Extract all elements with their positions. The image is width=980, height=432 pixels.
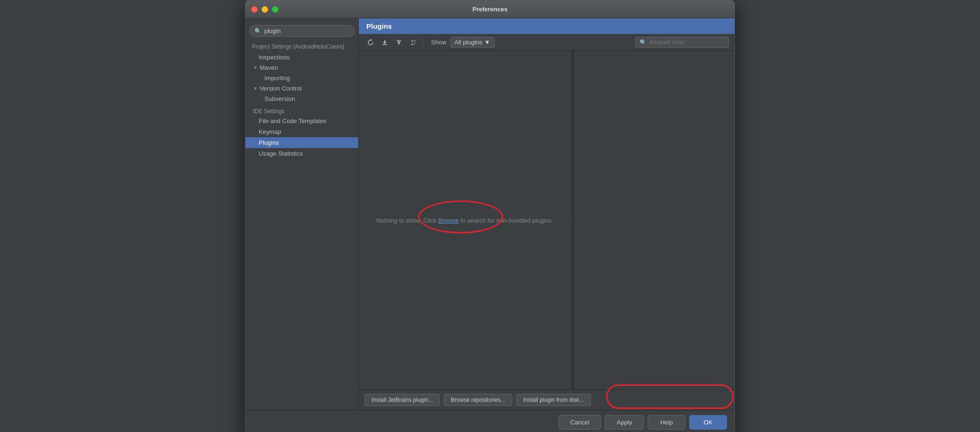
toolbar-separator (423, 39, 423, 46)
svg-rect-1 (397, 40, 401, 41)
sidebar-section-ide-settings: IDE Settings (245, 104, 358, 116)
sidebar-item-project-settings[interactable]: Project Settings [AndroidHoloColors] (245, 42, 358, 52)
plugin-bottom-bar: Install JetBrains plugin... Browse repos… (359, 390, 735, 410)
upload-button[interactable] (393, 37, 405, 48)
browse-repositories-button[interactable]: Browse repositories... (444, 394, 512, 406)
browse-link[interactable]: Browse (438, 217, 458, 224)
chevron-down-icon: ▼ (484, 39, 490, 46)
svg-point-3 (411, 43, 413, 45)
close-button[interactable] (251, 6, 258, 13)
plugin-search-icon: 🔍 (640, 39, 647, 46)
apply-button[interactable]: Apply (605, 415, 644, 430)
search-input[interactable] (264, 27, 349, 34)
sidebar-item-inspections[interactable]: Inspections (245, 52, 358, 63)
footer: Cancel Apply Help OK (245, 410, 735, 432)
plugin-toolbar: Show All plugins ▼ 🔍 (359, 34, 735, 51)
plugin-main-area: Nothing to show. Click Browse to search … (359, 51, 735, 390)
sidebar-item-plugins[interactable]: Plugins (245, 137, 358, 148)
maximize-button[interactable] (272, 6, 279, 13)
install-disk-button[interactable]: Install plugin from disk... (516, 394, 591, 406)
plugin-search-input[interactable] (649, 39, 725, 46)
reload-button[interactable] (364, 37, 377, 48)
search-icon: 🔍 (254, 28, 262, 34)
sidebar-item-maven[interactable]: ▼ Maven (245, 63, 358, 73)
svg-point-2 (411, 40, 413, 42)
sidebar-item-keymap[interactable]: Keymap (245, 126, 358, 137)
download-update-button[interactable] (379, 37, 391, 48)
plugin-search-box[interactable]: 🔍 (635, 37, 729, 48)
show-dropdown[interactable]: All plugins ▼ (450, 37, 495, 48)
content-area: Plugins (359, 18, 735, 410)
sidebar: 🔍 Project Settings [AndroidHoloColors] I… (245, 18, 359, 410)
preferences-window: Preferences 🔍 Project Settings [AndroidH… (245, 0, 735, 432)
sidebar-item-file-code-templates[interactable]: File and Code Templates (245, 116, 358, 126)
sidebar-item-subversion[interactable]: Subversion (245, 93, 358, 104)
expand-arrow-icon-2: ▼ (253, 86, 258, 91)
sidebar-item-version-control[interactable]: ▼ Version Control (245, 83, 358, 93)
plugin-detail-panel (574, 51, 735, 390)
title-bar: Preferences (245, 0, 735, 18)
plugin-list-panel: Nothing to show. Click Browse to search … (359, 51, 571, 390)
svg-rect-0 (382, 44, 387, 45)
search-box[interactable]: 🔍 (249, 25, 355, 37)
install-jetbrains-button[interactable]: Install JetBrains plugin... (364, 394, 440, 406)
ok-button[interactable]: OK (689, 415, 727, 430)
traffic-lights (251, 6, 279, 13)
content-header: Plugins (359, 18, 735, 34)
sidebar-item-importing[interactable]: Importing (245, 73, 358, 83)
minimize-button[interactable] (262, 6, 268, 13)
help-button[interactable]: Help (648, 415, 685, 430)
sort-button[interactable] (407, 37, 419, 48)
show-label: Show (431, 39, 447, 46)
expand-arrow-icon: ▼ (253, 65, 258, 70)
window-title: Preferences (473, 6, 507, 13)
empty-message: Nothing to show. Click Browse to search … (376, 217, 553, 224)
sidebar-item-usage-statistics[interactable]: Usage Statistics (245, 148, 358, 159)
cancel-button[interactable]: Cancel (558, 415, 601, 430)
main-layout: 🔍 Project Settings [AndroidHoloColors] I… (245, 18, 735, 410)
